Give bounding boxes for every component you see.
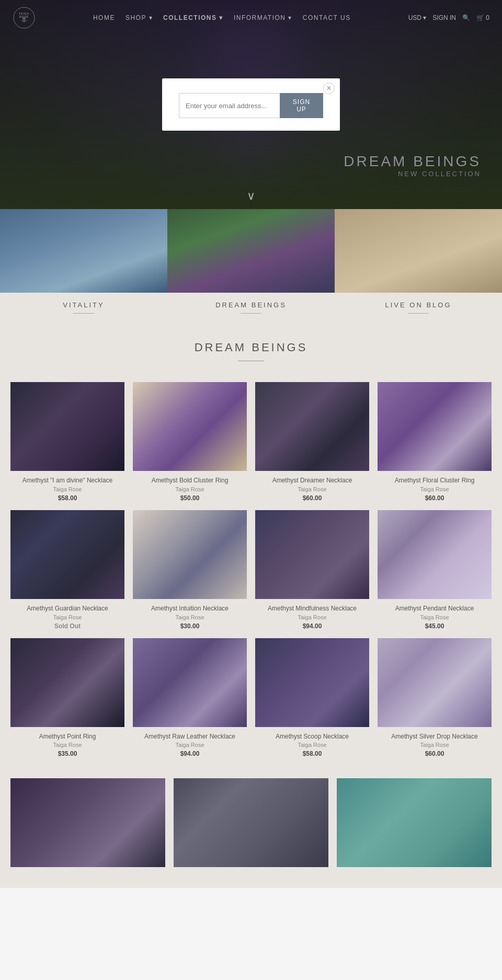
product-price-10: $58.00: [255, 750, 369, 757]
product-name-0: Amethyst "I am divine" Necklace: [10, 476, 124, 485]
product-image-0: [10, 382, 124, 471]
product-image-3: [378, 382, 492, 471]
product-name-9: Amethyst Raw Leather Necklace: [133, 732, 247, 741]
product-price-11: $60.00: [378, 750, 492, 757]
product-brand-0: Taiga Rose: [10, 486, 124, 492]
product-name-8: Amethyst Point Ring: [10, 732, 124, 741]
blog-underline: [408, 313, 429, 314]
product-brand-1: Taiga Rose: [133, 486, 247, 492]
product-image-10: [255, 638, 369, 727]
section-title-line: [238, 361, 264, 361]
vitality-label: VITALITY: [0, 293, 167, 313]
dream-beings-label: DREAM BEINGS: [167, 293, 335, 313]
collection-vitality[interactable]: VITALITY: [0, 209, 167, 320]
product-price-1: $50.00: [133, 494, 247, 502]
vitality-image: [0, 209, 167, 293]
product-card-6[interactable]: Amethyst Mindfulness Necklace Taiga Rose…: [255, 510, 369, 630]
product-image-5: [133, 510, 247, 599]
product-image-6: [255, 510, 369, 599]
product-name-2: Amethyst Dreamer Necklace: [255, 476, 369, 485]
product-image-1: [133, 382, 247, 471]
collection-blog[interactable]: LIVE ON BLOG: [335, 209, 502, 320]
collection-dream-beings[interactable]: DREAM BEINGS: [167, 209, 335, 320]
product-name-11: Amethyst Silver Drop Necklace: [378, 732, 492, 741]
hero-section: DREAM BEINGS NEW COLLECTION × SIGN UP ∨: [0, 0, 502, 209]
product-brand-6: Taiga Rose: [255, 614, 369, 620]
blog-label: LIVE ON BLOG: [335, 293, 502, 313]
bottom-image-2: [337, 778, 492, 867]
product-card-5[interactable]: Amethyst Intuition Necklace Taiga Rose $…: [133, 510, 247, 630]
product-price-2: $60.00: [255, 494, 369, 502]
bottom-card-2[interactable]: [337, 778, 492, 867]
product-brand-2: Taiga Rose: [255, 486, 369, 492]
product-price-7: $45.00: [378, 622, 492, 630]
product-card-3[interactable]: Amethyst Floral Cluster Ring Taiga Rose …: [378, 382, 492, 502]
bottom-image-1: [174, 778, 328, 867]
product-image-8: [10, 638, 124, 727]
product-brand-3: Taiga Rose: [378, 486, 492, 492]
bottom-products-row: [0, 778, 502, 888]
product-price-6: $94.00: [255, 622, 369, 630]
product-price-3: $60.00: [378, 494, 492, 502]
product-name-3: Amethyst Floral Cluster Ring: [378, 476, 492, 485]
bottom-card-1[interactable]: [174, 778, 328, 867]
product-image-2: [255, 382, 369, 471]
bottom-image-0: [10, 778, 165, 867]
product-card-10[interactable]: Amethyst Scoop Necklace Taiga Rose $58.0…: [255, 638, 369, 758]
product-price-0: $58.00: [10, 494, 124, 502]
product-brand-10: Taiga Rose: [255, 742, 369, 748]
product-price-9: $94.00: [133, 750, 247, 757]
bottom-card-0[interactable]: [10, 778, 165, 867]
product-brand-4: Taiga Rose: [10, 614, 124, 620]
product-name-5: Amethyst Intuition Necklace: [133, 604, 247, 613]
product-name-4: Amethyst Guardian Necklace: [10, 604, 124, 613]
blog-image: [335, 209, 502, 293]
product-price-8: $35.00: [10, 750, 124, 757]
product-image-7: [378, 510, 492, 599]
product-name-7: Amethyst Pendant Necklace: [378, 604, 492, 613]
product-image-9: [133, 638, 247, 727]
modal-close-button[interactable]: ×: [323, 83, 335, 94]
dream-beings-section-title-area: DREAM BEINGS: [0, 320, 502, 372]
product-brand-11: Taiga Rose: [378, 742, 492, 748]
product-card-4[interactable]: Amethyst Guardian Necklace Taiga Rose So…: [10, 510, 124, 630]
product-brand-9: Taiga Rose: [133, 742, 247, 748]
product-card-0[interactable]: Amethyst "I am divine" Necklace Taiga Ro…: [10, 382, 124, 502]
product-brand-5: Taiga Rose: [133, 614, 247, 620]
product-card-11[interactable]: Amethyst Silver Drop Necklace Taiga Rose…: [378, 638, 492, 758]
modal-overlay: × SIGN UP: [0, 0, 502, 209]
email-signup-modal: × SIGN UP: [162, 78, 340, 131]
section-title: DREAM BEINGS: [0, 341, 502, 354]
dream-beings-underline: [241, 313, 261, 314]
product-name-1: Amethyst Bold Cluster Ring: [133, 476, 247, 485]
product-name-10: Amethyst Scoop Necklace: [255, 732, 369, 741]
collections-grid: VITALITY DREAM BEINGS LIVE ON BLOG: [0, 209, 502, 320]
dream-beings-image: [167, 209, 335, 293]
product-price-5: $30.00: [133, 622, 247, 630]
email-input[interactable]: [179, 93, 280, 118]
product-card-9[interactable]: Amethyst Raw Leather Necklace Taiga Rose…: [133, 638, 247, 758]
product-image-4: [10, 510, 124, 599]
product-image-11: [378, 638, 492, 727]
product-card-8[interactable]: Amethyst Point Ring Taiga Rose $35.00: [10, 638, 124, 758]
product-card-1[interactable]: Amethyst Bold Cluster Ring Taiga Rose $5…: [133, 382, 247, 502]
product-card-2[interactable]: Amethyst Dreamer Necklace Taiga Rose $60…: [255, 382, 369, 502]
product-card-7[interactable]: Amethyst Pendant Necklace Taiga Rose $45…: [378, 510, 492, 630]
modal-form: SIGN UP: [179, 93, 323, 118]
product-name-6: Amethyst Mindfulness Necklace: [255, 604, 369, 613]
product-price-4: Sold Out: [10, 622, 124, 630]
product-brand-7: Taiga Rose: [378, 614, 492, 620]
product-grid: Amethyst "I am divine" Necklace Taiga Ro…: [0, 372, 502, 778]
product-brand-8: Taiga Rose: [10, 742, 124, 748]
signup-button[interactable]: SIGN UP: [280, 93, 323, 118]
vitality-underline: [73, 313, 94, 314]
